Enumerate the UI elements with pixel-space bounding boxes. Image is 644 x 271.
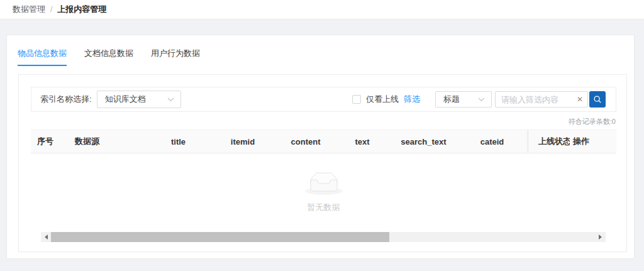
online-only-checkbox[interactable] <box>352 95 361 104</box>
filter-bar: 索引名称选择: 知识库文档 仅看上线 筛选 标题 <box>31 87 616 112</box>
arrow-left-icon <box>42 235 48 240</box>
top-bar: 数据管理 / 上报内容管理 <box>0 0 644 19</box>
column-header-online-status: 上线状态 <box>528 130 570 153</box>
column-header-text: text <box>334 130 391 153</box>
field-select-value: 标题 <box>443 94 460 105</box>
tab-item-info-data[interactable]: 物品信息数据 <box>18 48 67 66</box>
index-select[interactable]: 知识库文档 <box>97 91 181 108</box>
tab-bar: 物品信息数据 文档信息数据 用户行为数据 <box>7 35 634 66</box>
horizontal-scrollbar[interactable] <box>41 232 606 242</box>
online-only-label: 仅看上线 <box>366 94 399 105</box>
scroll-left-button[interactable] <box>41 232 51 242</box>
column-header-title: title <box>148 130 208 153</box>
clear-icon[interactable]: ✕ <box>574 96 583 103</box>
breadcrumb-separator: / <box>50 5 52 14</box>
column-header-cateid: cateid <box>457 130 528 153</box>
search-icon <box>593 95 602 104</box>
field-select[interactable]: 标题 <box>435 91 492 108</box>
search-button[interactable] <box>589 91 606 108</box>
column-header-index: 序号 <box>31 130 67 153</box>
record-count: 符合记录条数:0 <box>31 117 616 126</box>
scroll-right-button[interactable] <box>596 232 606 242</box>
main-card: 物品信息数据 文档信息数据 用户行为数据 索引名称选择: 知识库文档 仅看上线 … <box>6 35 635 259</box>
column-header-search-text: search_text <box>391 130 457 153</box>
index-select-label: 索引名称选择: <box>40 94 92 105</box>
breadcrumb-item-data-management[interactable]: 数据管理 <box>13 4 45 15</box>
empty-box-icon <box>304 170 344 196</box>
filter-search-field: ✕ <box>495 91 588 108</box>
filter-link[interactable]: 筛选 <box>404 94 420 105</box>
arrow-right-icon <box>599 235 604 240</box>
chevron-down-icon <box>167 97 174 102</box>
chevron-down-icon <box>478 97 485 102</box>
empty-text: 暂无数据 <box>308 202 340 213</box>
search-input[interactable] <box>501 95 574 104</box>
breadcrumb-item-report-content-management: 上报内容管理 <box>57 4 106 15</box>
column-header-itemid: itemid <box>208 130 277 153</box>
index-select-value: 知识库文档 <box>105 94 146 105</box>
column-header-content: content <box>277 130 334 153</box>
content-panel: 索引名称选择: 知识库文档 仅看上线 筛选 标题 <box>18 74 627 252</box>
tab-doc-info-data[interactable]: 文档信息数据 <box>84 48 133 66</box>
tab-user-behavior-data[interactable]: 用户行为数据 <box>151 48 200 66</box>
table-empty-state: 暂无数据 <box>31 153 616 230</box>
column-header-actions: 操作 <box>570 130 616 153</box>
scrollbar-thumb[interactable] <box>51 232 389 242</box>
column-header-datasource: 数据源 <box>67 130 148 153</box>
breadcrumb: 数据管理 / 上报内容管理 <box>13 4 106 15</box>
table-header: 序号 数据源 title itemid content text search_… <box>31 130 616 153</box>
